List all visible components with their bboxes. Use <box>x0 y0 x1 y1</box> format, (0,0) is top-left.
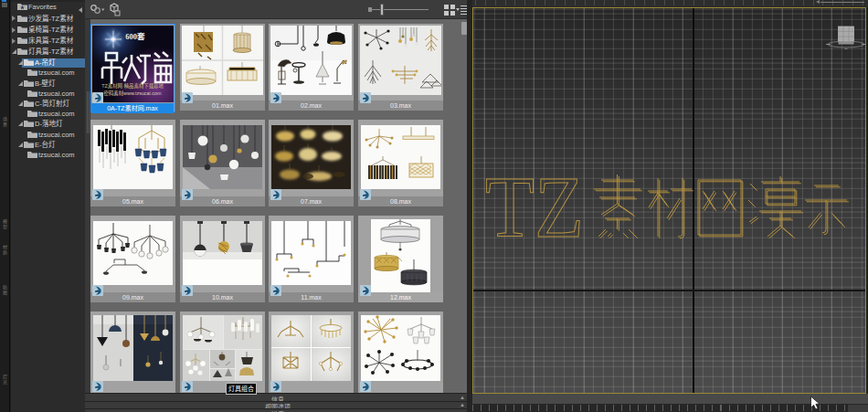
svg-text:600套: 600套 <box>125 32 145 41</box>
svg-text:密码素材www.tzsucai.com: 密码素材www.tzsucai.com <box>103 90 161 97</box>
svg-text:TZ: TZ <box>485 159 584 256</box>
svg-text:TZ素材网·精品素材下载基地: TZ素材网·精品素材下载基地 <box>101 82 164 90</box>
